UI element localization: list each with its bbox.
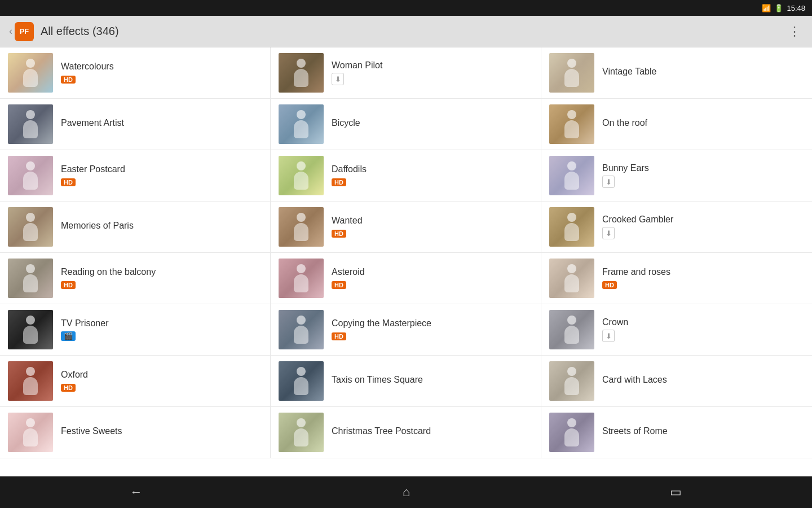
item-name-bunny-ears: Bunny Ears <box>602 163 804 173</box>
thumb-oxford <box>8 361 53 401</box>
item-name-streets-of-rome: Streets of Rome <box>602 426 804 436</box>
thumb-easter-postcard <box>8 156 53 195</box>
grid-item-christmas-tree-postcard[interactable]: Christmas Tree Postcard <box>271 407 541 458</box>
grid-item-copying-masterpiece[interactable]: Copying the MasterpieceHD <box>271 304 541 356</box>
item-info-easter-postcard: Easter PostcardHD <box>61 164 262 187</box>
item-info-bicycle: Bicycle <box>332 118 533 130</box>
grid-item-frame-roses[interactable]: Frame and rosesHD <box>541 253 812 304</box>
item-name-copying-masterpiece: Copying the Masterpiece <box>332 318 533 329</box>
item-info-oxford: OxfordHD <box>61 370 262 392</box>
item-name-crown: Crown <box>602 317 804 327</box>
item-info-festive-sweets: Festive Sweets <box>61 426 262 439</box>
thumb-card-with-laces <box>549 361 594 401</box>
item-name-crooked-gambler: Crooked Gambler <box>602 214 804 225</box>
grid-item-festive-sweets[interactable]: Festive Sweets <box>0 407 271 458</box>
badge-hd-wanted: HD <box>332 230 346 238</box>
thumb-wanted <box>279 207 324 247</box>
app-logo: PF <box>15 22 34 41</box>
grid-item-taxis-times-square[interactable]: Taxis on Times Square <box>271 356 541 407</box>
grid-item-crooked-gambler[interactable]: Crooked Gambler⬇ <box>541 202 812 253</box>
thumb-streets-of-rome <box>549 413 594 452</box>
badge-hd-copying-masterpiece: HD <box>332 332 346 340</box>
grid-item-bunny-ears[interactable]: Bunny Ears⬇ <box>541 150 812 202</box>
item-name-festive-sweets: Festive Sweets <box>61 426 262 436</box>
item-name-woman-pilot: Woman Pilot <box>332 60 533 71</box>
thumb-bunny-ears <box>549 156 594 195</box>
item-info-daffodils: DaffodilsHD <box>332 164 533 187</box>
grid-item-watercolours[interactable]: WatercoloursHD <box>0 47 271 99</box>
item-info-taxis-times-square: Taxis on Times Square <box>332 375 533 387</box>
badge-hd-frame-roses: HD <box>602 281 617 289</box>
item-info-asteroid: AsteroidHD <box>332 267 533 290</box>
item-info-on-the-roof: On the roof <box>602 118 804 130</box>
status-time: 15:48 <box>787 4 805 12</box>
thumb-bicycle <box>279 104 324 144</box>
grid-item-reading-balcony[interactable]: Reading on the balconyHD <box>0 253 271 304</box>
item-name-memories-of-paris: Memories of Paris <box>61 221 262 231</box>
grid-item-memories-of-paris[interactable]: Memories of Paris <box>0 202 271 253</box>
item-name-reading-balcony: Reading on the balcony <box>61 267 262 277</box>
battery-icon: 🔋 <box>774 4 783 12</box>
back-nav-button[interactable]: ← <box>117 480 156 504</box>
badge-download-bunny-ears: ⬇ <box>602 176 615 188</box>
item-info-pavement-artist: Pavement Artist <box>61 118 262 130</box>
thumb-pavement-artist <box>8 104 53 144</box>
item-info-bunny-ears: Bunny Ears⬇ <box>602 163 804 188</box>
thumb-christmas-tree-postcard <box>279 413 324 452</box>
item-name-asteroid: Asteroid <box>332 267 533 277</box>
item-name-oxford: Oxford <box>61 370 262 380</box>
item-name-on-the-roof: On the roof <box>602 118 804 128</box>
grid-item-tv-prisoner[interactable]: TV Prisoner🎬 <box>0 304 271 356</box>
thumb-crooked-gambler <box>549 207 594 247</box>
badge-hd-oxford: HD <box>61 384 76 392</box>
item-info-reading-balcony: Reading on the balconyHD <box>61 267 262 290</box>
thumb-reading-balcony <box>8 259 53 298</box>
item-name-watercolours: Watercolours <box>61 62 262 72</box>
item-info-wanted: WantedHD <box>332 216 533 238</box>
thumb-taxis-times-square <box>279 361 324 401</box>
grid-item-woman-pilot[interactable]: Woman Pilot⬇ <box>271 47 541 99</box>
grid-item-pavement-artist[interactable]: Pavement Artist <box>0 99 271 150</box>
grid-item-card-with-laces[interactable]: Card with Laces <box>541 356 812 407</box>
badge-download-crooked-gambler: ⬇ <box>602 227 615 239</box>
grid-item-vintage-table[interactable]: Vintage Table <box>541 47 812 99</box>
item-info-copying-masterpiece: Copying the MasterpieceHD <box>332 318 533 341</box>
badge-hd-watercolours: HD <box>61 76 76 84</box>
item-name-christmas-tree-postcard: Christmas Tree Postcard <box>332 426 533 436</box>
thumb-on-the-roof <box>549 104 594 144</box>
recents-nav-button[interactable]: ▭ <box>656 480 695 504</box>
grid-item-streets-of-rome[interactable]: Streets of Rome <box>541 407 812 458</box>
top-bar: ‹ PF All effects (346) ⋮ <box>0 16 812 47</box>
grid-item-easter-postcard[interactable]: Easter PostcardHD <box>0 150 271 202</box>
back-button[interactable]: ‹ <box>9 25 12 37</box>
grid-item-crown[interactable]: Crown⬇ <box>541 304 812 356</box>
item-info-frame-roses: Frame and rosesHD <box>602 267 804 290</box>
item-name-easter-postcard: Easter Postcard <box>61 164 262 174</box>
home-nav-button[interactable]: ⌂ <box>389 480 423 504</box>
item-name-card-with-laces: Card with Laces <box>602 375 804 385</box>
badge-hd-reading-balcony: HD <box>61 281 76 289</box>
item-info-crown: Crown⬇ <box>602 317 804 342</box>
badge-download-crown: ⬇ <box>602 330 615 342</box>
grid-item-wanted[interactable]: WantedHD <box>271 202 541 253</box>
thumb-vintage-table <box>549 53 594 93</box>
status-bar: 📶 🔋 15:48 <box>0 0 812 16</box>
badge-video-tv-prisoner: 🎬 <box>61 331 76 341</box>
item-name-pavement-artist: Pavement Artist <box>61 118 262 128</box>
main-content: WatercoloursHDWoman Pilot⬇Vintage TableP… <box>0 47 812 476</box>
grid-item-asteroid[interactable]: AsteroidHD <box>271 253 541 304</box>
grid-item-on-the-roof[interactable]: On the roof <box>541 99 812 150</box>
page-title: All effects (346) <box>41 25 786 38</box>
item-name-tv-prisoner: TV Prisoner <box>61 318 262 329</box>
badge-hd-asteroid: HD <box>332 281 346 289</box>
grid-item-daffodils[interactable]: DaffodilsHD <box>271 150 541 202</box>
grid-item-bicycle[interactable]: Bicycle <box>271 99 541 150</box>
thumb-crown <box>549 310 594 349</box>
menu-button[interactable]: ⋮ <box>786 22 803 41</box>
status-icons: 📶 🔋 15:48 <box>762 4 805 12</box>
thumb-tv-prisoner <box>8 310 53 349</box>
grid-item-oxford[interactable]: OxfordHD <box>0 356 271 407</box>
thumb-woman-pilot <box>279 53 324 93</box>
thumb-memories-of-paris <box>8 207 53 247</box>
wifi-icon: 📶 <box>762 4 771 12</box>
